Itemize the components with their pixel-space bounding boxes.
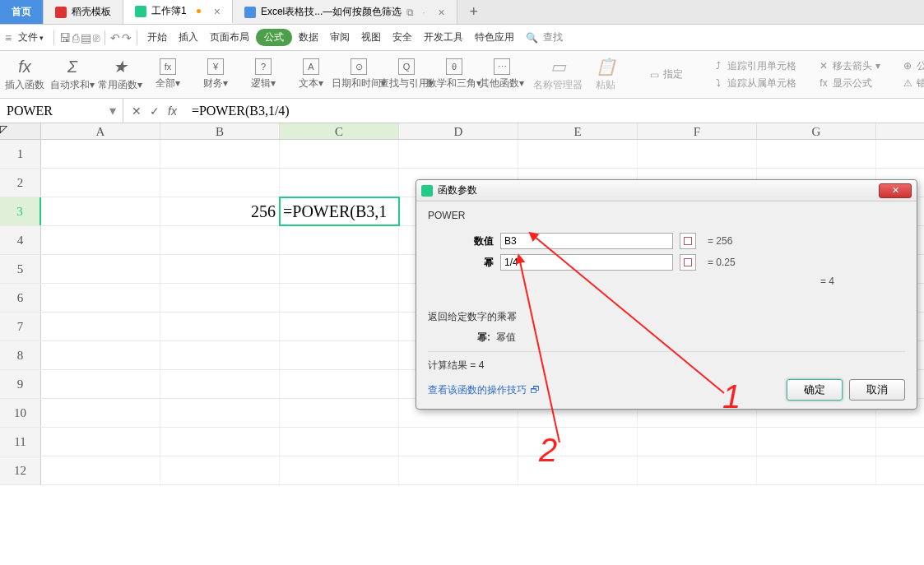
- cell[interactable]: [638, 456, 757, 484]
- cell[interactable]: [160, 140, 280, 168]
- col-header-f[interactable]: F: [638, 123, 757, 139]
- cell[interactable]: [160, 370, 280, 398]
- cell-c3-editing[interactable]: =POWER(B3,1: [280, 197, 399, 225]
- menu-data[interactable]: 数据: [294, 28, 323, 47]
- formula-input[interactable]: =POWER(B3,1/4): [185, 104, 924, 118]
- menu-review[interactable]: 审阅: [325, 28, 355, 47]
- cell[interactable]: [41, 255, 160, 283]
- ribbon-datetime[interactable]: ⊙日期和时间▾: [339, 54, 378, 95]
- ribbon-error-check[interactable]: ⚠错误检查▾: [902, 76, 924, 90]
- menu-insert[interactable]: 插入: [174, 28, 203, 47]
- ribbon-all[interactable]: fx全部▾: [148, 54, 188, 95]
- menu-start[interactable]: 开始: [142, 28, 172, 47]
- row-header[interactable]: 4: [0, 226, 41, 254]
- ribbon-remove-arrows[interactable]: ✕移去箭头▾: [818, 59, 880, 73]
- help-link[interactable]: 查看该函数的操作技巧 🗗: [428, 383, 540, 397]
- row-header[interactable]: 6: [0, 284, 41, 312]
- row-header[interactable]: 7: [0, 313, 41, 340]
- ribbon-show-formula[interactable]: fx显示公式: [818, 76, 880, 90]
- undo-icon[interactable]: ↶: [110, 31, 120, 44]
- ribbon-common[interactable]: ★常用函数▾: [100, 54, 140, 95]
- param-power-input[interactable]: [500, 254, 673, 271]
- menu-page-layout[interactable]: 页面布局: [205, 28, 254, 47]
- cell[interactable]: [280, 140, 399, 168]
- cell[interactable]: [280, 399, 399, 427]
- ribbon-text[interactable]: A文本▾: [291, 54, 331, 95]
- ribbon-formula-eval[interactable]: ⊕公式求值: [902, 59, 924, 73]
- cell[interactable]: [518, 140, 638, 168]
- cell[interactable]: [160, 341, 280, 369]
- row-header[interactable]: 9: [0, 370, 41, 398]
- confirm-icon[interactable]: ✓: [150, 104, 160, 118]
- menu-view[interactable]: 视图: [356, 28, 386, 47]
- fx-icon[interactable]: fx: [168, 104, 177, 118]
- select-all-corner[interactable]: ◸: [0, 123, 41, 139]
- cancel-icon[interactable]: ✕: [132, 104, 142, 118]
- save-icon[interactable]: 🖫: [59, 31, 71, 44]
- tab-excel-tips[interactable]: Excel表格技...—如何按颜色筛选 ⧉ · ×: [233, 0, 457, 24]
- cell[interactable]: [41, 341, 160, 369]
- range-select-icon[interactable]: [680, 254, 696, 271]
- ribbon-designate[interactable]: ▭指定: [648, 67, 683, 81]
- cell[interactable]: [280, 313, 399, 340]
- cell[interactable]: [757, 456, 876, 484]
- menu-dev[interactable]: 开发工具: [419, 28, 468, 47]
- ribbon-trace-precedents[interactable]: ⤴追踪引用单元格: [713, 59, 796, 73]
- col-header-b[interactable]: B: [160, 123, 280, 139]
- cell[interactable]: [41, 313, 160, 340]
- cell[interactable]: [41, 284, 160, 312]
- col-header-g[interactable]: G: [757, 123, 876, 139]
- param-number-input[interactable]: [500, 233, 673, 249]
- preview-icon[interactable]: ⎚: [93, 31, 100, 44]
- tab-workbook[interactable]: 工作簿1 ×: [123, 0, 233, 24]
- cell[interactable]: [280, 456, 399, 484]
- dialog-close-button[interactable]: ✕: [879, 183, 912, 198]
- col-header-d[interactable]: D: [399, 123, 518, 139]
- cell[interactable]: [160, 169, 280, 197]
- cell[interactable]: [41, 169, 160, 197]
- cell[interactable]: [41, 399, 160, 427]
- ok-button[interactable]: 确定: [787, 379, 843, 401]
- cell[interactable]: [399, 428, 518, 456]
- cell[interactable]: [280, 169, 399, 197]
- cell[interactable]: [518, 456, 638, 484]
- ribbon-name-mgr[interactable]: ▭名称管理器: [538, 54, 578, 95]
- cell[interactable]: [757, 140, 876, 168]
- ribbon-other[interactable]: ⋯其他函数▾: [482, 54, 522, 95]
- cell[interactable]: [41, 226, 160, 254]
- cell[interactable]: [280, 255, 399, 283]
- cell[interactable]: [160, 226, 280, 254]
- col-header-c[interactable]: C: [280, 123, 399, 139]
- print-icon[interactable]: ▤: [81, 31, 91, 44]
- cancel-button[interactable]: 取消: [849, 379, 905, 401]
- redo-icon[interactable]: ↷: [122, 31, 132, 44]
- ribbon-paste[interactable]: 📋粘贴: [586, 54, 625, 95]
- dialog-titlebar[interactable]: 函数参数 ✕: [416, 180, 917, 201]
- row-header[interactable]: 5: [0, 255, 41, 283]
- cell[interactable]: [160, 428, 280, 456]
- cell[interactable]: [41, 140, 160, 168]
- cell-b3[interactable]: 256: [160, 197, 280, 225]
- ribbon-finance[interactable]: ¥财务▾: [196, 54, 235, 95]
- file-menu[interactable]: 文件▾: [13, 28, 49, 47]
- cell[interactable]: [638, 140, 757, 168]
- cell[interactable]: [280, 341, 399, 369]
- cell[interactable]: [280, 284, 399, 312]
- cell[interactable]: [280, 226, 399, 254]
- menu-formula[interactable]: 公式: [256, 29, 292, 46]
- name-box[interactable]: POWER ▾: [0, 99, 123, 123]
- add-tab-button[interactable]: +: [457, 0, 490, 24]
- close-icon[interactable]: ×: [214, 5, 221, 18]
- cut-icon[interactable]: ⎙: [72, 31, 79, 44]
- row-header[interactable]: 12: [0, 456, 41, 484]
- cell[interactable]: [41, 370, 160, 398]
- cell[interactable]: [399, 140, 518, 168]
- cell[interactable]: [160, 284, 280, 312]
- ribbon-trace-dependents[interactable]: ⤵追踪从属单元格: [713, 76, 796, 90]
- cell[interactable]: [160, 255, 280, 283]
- cell[interactable]: [757, 428, 876, 456]
- ribbon-logic[interactable]: ?逻辑▾: [244, 54, 283, 95]
- ribbon-math[interactable]: θ数学和三角▾: [434, 54, 474, 95]
- cell[interactable]: [160, 456, 280, 484]
- tab-home[interactable]: 首页: [0, 0, 44, 24]
